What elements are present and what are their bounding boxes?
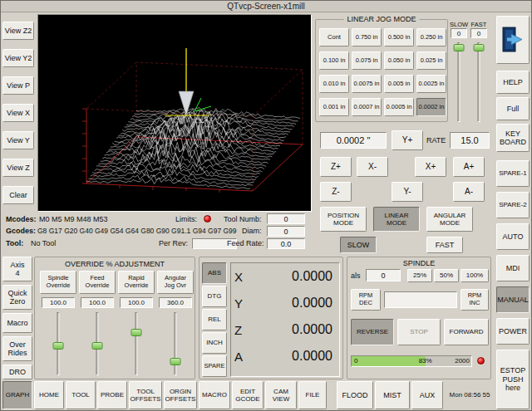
feed-override-button[interactable]: Feed Override xyxy=(79,271,116,294)
spindle-override-button[interactable]: Spindle Override xyxy=(40,271,76,294)
spare2-button[interactable]: SPARE-2 xyxy=(496,192,530,218)
jog-increment-button[interactable]: 0.100 in xyxy=(319,51,349,70)
jog-a-minus-button[interactable]: A- xyxy=(453,182,485,202)
jog-increment-button[interactable]: 0.050 in xyxy=(384,51,414,70)
spindle-forward-button[interactable]: FORWARD xyxy=(444,319,489,345)
angular-jog-override-slider[interactable] xyxy=(170,312,181,375)
view-y2-button[interactable]: View Y2 xyxy=(2,49,34,67)
dro-axis-value: 0.0000 xyxy=(251,296,339,311)
spindle-25pct-button[interactable]: 25% xyxy=(407,269,432,282)
spare1-button[interactable]: SPARE-1 xyxy=(496,160,530,187)
jog-y-plus-button[interactable]: Y+ xyxy=(392,130,423,150)
jog-increment-button[interactable]: 0.500 in xyxy=(384,28,414,46)
jog-increment-button[interactable]: 0.250 in xyxy=(416,28,446,46)
jog-increment-button[interactable]: 0.005 in xyxy=(384,75,414,93)
jog-z-plus-button[interactable]: Z+ xyxy=(320,157,352,177)
slider-handle[interactable] xyxy=(454,44,465,51)
dro-tab-inch[interactable]: INCH xyxy=(202,332,227,354)
macro-tab-button[interactable]: Macro xyxy=(2,313,32,333)
view-z2-button[interactable]: View Z2 xyxy=(2,22,34,40)
tab-file[interactable]: FILE xyxy=(298,381,327,409)
exit-button[interactable] xyxy=(496,16,530,64)
jog-slow-button[interactable]: SLOW xyxy=(340,237,377,253)
axis-select-button[interactable]: Axis 4 xyxy=(2,257,32,281)
tab-home[interactable]: HOME xyxy=(34,381,64,409)
spindle-speed-spinbox[interactable]: 0 xyxy=(366,269,401,281)
jog-a-plus-button[interactable]: A+ xyxy=(453,157,485,177)
dro-tab-button[interactable]: DRO xyxy=(2,365,32,379)
jog-increment-button[interactable]: 0.0025 in xyxy=(416,75,446,93)
dro-tab-dtg[interactable]: DTG xyxy=(202,286,227,307)
estop-button[interactable]: ESTOP PUSH here xyxy=(496,350,530,409)
slider-handle[interactable] xyxy=(92,342,103,350)
mdi-mode-button[interactable]: MDI xyxy=(496,255,530,281)
jog-x-minus-button[interactable]: X- xyxy=(357,157,388,177)
feed-override-slider[interactable] xyxy=(91,312,103,375)
jog-y-minus-button[interactable]: Y- xyxy=(392,182,423,202)
view-z-button[interactable]: View Z xyxy=(2,159,34,177)
rapid-override-button[interactable]: Rapid Override xyxy=(118,271,155,294)
slider-handle[interactable] xyxy=(131,329,142,336)
jog-increment-button[interactable]: 0.0075 in xyxy=(352,75,382,93)
spindle-50pct-button[interactable]: 50% xyxy=(434,269,459,282)
spindle-100pct-button[interactable]: 100% xyxy=(461,269,489,282)
jog-increment-button[interactable]: 0.750 in xyxy=(352,28,382,46)
jog-z-minus-button[interactable]: Z- xyxy=(320,182,352,202)
tab-cam-view[interactable]: CAM VIEW xyxy=(265,381,297,409)
jog-increment-button[interactable]: 0.0005 in xyxy=(384,98,414,116)
spindle-override-slider[interactable] xyxy=(52,312,64,375)
jog-fast-button[interactable]: FAST xyxy=(426,237,463,253)
dro-row-y: Y 0.0000 xyxy=(231,290,339,316)
tab-tool[interactable]: TOOL xyxy=(66,381,96,409)
rapid-override-slider[interactable] xyxy=(131,312,142,375)
jog-increment-button[interactable]: 0.001 in xyxy=(319,98,349,116)
aux-button[interactable]: AUX xyxy=(411,381,443,409)
mist-button[interactable]: MIST xyxy=(375,381,410,409)
keyboard-button[interactable]: KEY BOARD xyxy=(496,124,530,152)
jog-increment-button[interactable]: Cont xyxy=(319,28,349,46)
fast-rate-slider[interactable] xyxy=(473,42,485,122)
window-titlebar[interactable]: QTvcp-Screen-x1mill xyxy=(1,1,531,12)
angular-mode-button[interactable]: ANGULAR MODE xyxy=(426,207,473,232)
jog-increment-button[interactable]: 0.075 in xyxy=(352,51,382,70)
view-x-button[interactable]: View X xyxy=(2,104,34,122)
tab-origin-offsets[interactable]: ORGIN OFFSETS xyxy=(164,381,197,409)
auto-mode-button[interactable]: AUTO xyxy=(496,223,530,250)
jog-increment-button[interactable]: 0.0007 in xyxy=(352,98,382,116)
slider-handle[interactable] xyxy=(53,342,64,350)
fullscreen-button[interactable]: Full xyxy=(496,97,530,120)
slow-rate-slider[interactable] xyxy=(453,42,465,122)
jog-increment-button[interactable]: 0.010 in xyxy=(319,75,349,93)
power-button[interactable]: POWER xyxy=(496,318,530,345)
view-p-button[interactable]: View P xyxy=(2,76,34,95)
manual-mode-button[interactable]: MANUAL xyxy=(496,286,530,313)
slider-handle[interactable] xyxy=(170,358,181,365)
help-button[interactable]: HELP xyxy=(496,71,530,94)
slider-handle[interactable] xyxy=(474,44,485,51)
tab-macro[interactable]: MACRO xyxy=(199,381,230,409)
gremlin-3d-view[interactable] xyxy=(37,14,312,212)
dro-tab-spare[interactable]: SPARE xyxy=(202,355,227,377)
clear-button[interactable]: Clear xyxy=(2,186,34,204)
tab-tool-offsets[interactable]: TOOL OFFSETS xyxy=(129,381,162,409)
rpm-inc-button[interactable]: RPM INC xyxy=(461,289,489,311)
position-mode-button[interactable]: POSITION MODE xyxy=(320,207,367,232)
quick-zero-button[interactable]: Quick Zero xyxy=(2,285,32,310)
tab-probe[interactable]: PROBE xyxy=(97,381,127,409)
flood-button[interactable]: FLOOD xyxy=(337,381,373,409)
jog-x-plus-button[interactable]: X+ xyxy=(415,157,446,177)
rpm-dec-button[interactable]: RPM DEC xyxy=(351,289,381,311)
jog-increment-button[interactable]: 0.025 in xyxy=(416,51,446,70)
tab-graph[interactable]: GRAPH xyxy=(2,381,32,409)
angular-jog-override-button[interactable]: Angular Jog Ovr xyxy=(157,271,194,294)
dro-tab-abs[interactable]: ABS xyxy=(202,262,227,284)
view-y-button[interactable]: View Y xyxy=(2,131,34,149)
spindle-reverse-button[interactable]: REVERSE xyxy=(351,319,394,345)
jog-increment-button-selected[interactable]: 0.0002 in xyxy=(416,98,446,116)
spindle-stop-button[interactable]: STOP xyxy=(397,319,441,345)
tab-edit-gcode[interactable]: EDIT GCODE xyxy=(232,381,264,409)
dro-tab-rel[interactable]: REL xyxy=(202,309,227,330)
overrides-tab-button[interactable]: Over Rides xyxy=(2,336,32,361)
dro-axis-value: 0.0000 xyxy=(251,322,339,337)
linear-mode-button[interactable]: LINEAR MODE xyxy=(373,207,420,232)
